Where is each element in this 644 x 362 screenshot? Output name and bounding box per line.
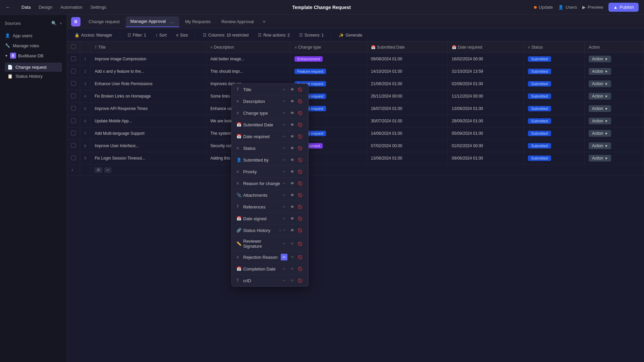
tab-automation[interactable]: Automation <box>58 3 85 11</box>
row-checkbox[interactable] <box>67 127 80 140</box>
dropdown-item[interactable]: 👤 Submitted by ✏ 👁 🚫 <box>232 154 308 166</box>
columns-button[interactable]: ☷ Columns: 10 restricted <box>200 31 252 39</box>
dropdown-item[interactable]: 📅 Date signed ✏ 👁 🚫 <box>232 213 308 225</box>
size-button[interactable]: ≡ Size <box>173 31 191 39</box>
row-action[interactable]: Action ▼ <box>585 152 644 165</box>
table-row[interactable]: 2 Add x and y feature to the... This sho… <box>67 65 644 78</box>
tab-manager-approval[interactable]: Manager Approval … <box>126 16 179 27</box>
tab-data[interactable]: Data <box>19 3 33 11</box>
action-button[interactable]: Action ▼ <box>589 68 611 75</box>
eye-icon[interactable]: 👁 <box>289 254 296 260</box>
tab-my-requests[interactable]: My Requests <box>180 17 215 26</box>
sidebar-item-app-users[interactable]: 👤 App users <box>0 31 67 41</box>
dropdown-item[interactable]: ≡ Rejection Reason ✏ 👁 🚫 <box>232 251 308 263</box>
eye-icon[interactable]: 👁 <box>289 265 296 272</box>
sidebar-item-change-request[interactable]: 📄 Change request <box>5 63 62 72</box>
eye-icon[interactable]: 👁 <box>289 98 296 105</box>
dropdown-item[interactable]: 📎 Attachments ✏ 👁 🚫 <box>232 189 308 201</box>
th-change-type[interactable]: ≡Change type <box>290 42 367 53</box>
publish-button[interactable]: ▲ Publish <box>608 3 639 12</box>
eye-icon[interactable]: 👁 <box>289 240 296 247</box>
search-icon[interactable]: 🔍 <box>51 21 57 26</box>
row-checkbox[interactable] <box>67 140 80 152</box>
action-button[interactable]: Action ▼ <box>589 105 611 112</box>
eye-icon[interactable]: 👁 <box>289 203 296 210</box>
screens-button[interactable]: ☷ Screens: 1 <box>296 31 327 39</box>
hide-icon[interactable]: 🚫 <box>297 121 304 128</box>
th-title[interactable]: TTitle <box>91 42 206 53</box>
table-row[interactable]: 6 Update Mobile App... We are looking to… <box>67 115 644 127</box>
row-action[interactable]: Action ▼ <box>585 65 644 78</box>
action-button[interactable]: Action ▼ <box>589 93 611 100</box>
hide-icon[interactable]: 🚫 <box>297 227 304 234</box>
row-action[interactable]: Action ▼ <box>585 127 644 140</box>
hide-icon[interactable]: 🚫 <box>297 192 304 198</box>
table-row[interactable]: 8 Improve User Interface... Security vul… <box>67 140 644 152</box>
eye-icon[interactable]: 👁 <box>289 168 296 175</box>
dropdown-item[interactable]: ≡ Description ✏ 👁 🚫 <box>232 96 308 107</box>
add-source-icon[interactable]: + <box>59 21 62 26</box>
row-action[interactable]: Action ▼ <box>585 90 644 103</box>
sidebar-db-header[interactable]: ▼ B Budibase DB <box>0 51 67 61</box>
dropdown-item[interactable]: ≡ Priority ✏ 👁 🚫 <box>232 166 308 178</box>
row-checkbox[interactable] <box>67 103 80 115</box>
edit-icon[interactable]: ✏ <box>281 277 287 284</box>
tab-options-icon[interactable]: … <box>169 18 174 24</box>
add-row-plus[interactable]: + <box>67 165 80 176</box>
row-checkbox[interactable] <box>67 65 80 78</box>
edit-icon[interactable]: ✏ <box>281 240 287 247</box>
sidebar-item-status-history[interactable]: 📋 Status History <box>5 72 62 81</box>
hide-icon[interactable]: 🚫 <box>297 86 304 93</box>
hide-icon[interactable]: 🚫 <box>297 277 304 284</box>
back-button[interactable]: ← <box>5 4 11 10</box>
edit-icon[interactable]: ✏ <box>281 254 287 260</box>
hide-icon[interactable]: 🚫 <box>297 168 304 175</box>
row-actions-button[interactable]: ☷ Row actions: 2 <box>255 31 293 39</box>
row-action[interactable]: Action ▼ <box>585 140 644 152</box>
edit-icon[interactable]: ✏ <box>281 133 287 140</box>
filter-button[interactable]: ☷ Filter: 1 <box>124 31 150 39</box>
edit-icon[interactable]: ✏ <box>281 215 287 222</box>
edit-icon[interactable]: ✏ <box>281 180 287 187</box>
hide-icon[interactable]: 🚫 <box>297 180 304 187</box>
eye-icon[interactable]: 👁 <box>289 277 296 284</box>
edit-icon[interactable]: ✏ <box>281 110 287 116</box>
table-row[interactable]: 4 Fix Broken Links on Homepage Some link… <box>67 90 644 103</box>
dropdown-item[interactable]: ≡ Change type ✏ 👁 🚫 <box>232 107 308 119</box>
edit-icon[interactable]: ✏ <box>281 168 287 175</box>
th-action[interactable]: Action <box>585 42 644 53</box>
dropdown-item[interactable]: ≡ Status ✏ 👁 🚫 <box>232 142 308 154</box>
dropdown-item[interactable]: ✏️ Reviewer Signature ✏ 👁 🚫 <box>232 236 308 251</box>
edit-icon[interactable]: ✏ <box>281 265 287 272</box>
table-container[interactable]: TTitle ≡Description ≡Change type 📅Submit… <box>67 42 644 362</box>
eye-icon[interactable]: 👁 <box>289 133 296 140</box>
table-row[interactable]: 9 Fix Login Session Timeout... Adding th… <box>67 152 644 165</box>
dropdown-item[interactable]: T Title ✏ 👁 🚫 <box>232 84 308 96</box>
table-row[interactable]: 1 Improve Image Compression Add better i… <box>67 53 644 65</box>
eye-icon[interactable]: 👁 <box>289 145 296 152</box>
hide-icon[interactable]: 🚫 <box>297 254 304 260</box>
table-row[interactable]: 5 Improve API Response Times Enhance use… <box>67 103 644 115</box>
th-checkbox[interactable] <box>67 42 80 53</box>
th-date-required[interactable]: 📅Date required <box>447 42 524 53</box>
hide-icon[interactable]: 🚫 <box>297 98 304 105</box>
row-checkbox[interactable] <box>67 78 80 90</box>
edit-icon[interactable]: ✏ <box>281 98 287 105</box>
update-button[interactable]: Update <box>534 5 553 10</box>
hide-icon[interactable]: 🚫 <box>297 157 304 163</box>
action-button[interactable]: Action ▼ <box>589 80 611 87</box>
dropdown-item[interactable]: 📅 Submitted Date ✏ 👁 🚫 <box>232 119 308 131</box>
th-submitted-date[interactable]: 📅Submitted Date <box>367 42 447 53</box>
eye-icon[interactable]: 👁 <box>289 110 296 116</box>
th-status[interactable]: ≡Status <box>524 42 584 53</box>
row-checkbox[interactable] <box>67 90 80 103</box>
table-row[interactable]: 3 Enhance User Role Permissions Improves… <box>67 78 644 90</box>
hide-icon[interactable]: 🚫 <box>297 215 304 222</box>
eye-icon[interactable]: 👁 <box>289 192 296 198</box>
dropdown-item[interactable]: ≡ Reason for change ✏ 👁 🚫 <box>232 178 308 189</box>
dropdown-item[interactable]: 🔗 Status History › ✏ 👁 🚫 <box>232 225 308 236</box>
generate-button[interactable]: ✨ Generate <box>335 31 366 39</box>
eye-icon[interactable]: 👁 <box>289 86 296 93</box>
users-button[interactable]: 👤 Users <box>558 5 577 10</box>
hide-icon[interactable]: 🚫 <box>297 133 304 140</box>
